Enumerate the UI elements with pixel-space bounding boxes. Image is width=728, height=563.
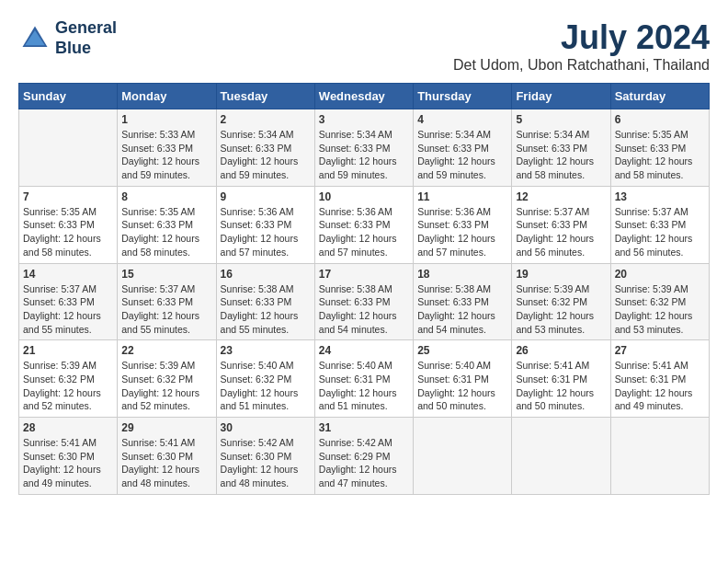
day-info: Sunrise: 5:41 AM Sunset: 6:30 PM Dayligh… (121, 436, 211, 490)
day-info: Sunrise: 5:38 AM Sunset: 6:33 PM Dayligh… (221, 282, 311, 337)
calendar-cell (414, 418, 512, 495)
week-row-3: 14Sunrise: 5:37 AM Sunset: 6:33 PM Dayli… (19, 263, 710, 340)
calendar-cell: 11Sunrise: 5:36 AM Sunset: 6:33 PM Dayli… (414, 186, 512, 263)
weekday-header-monday: Monday (118, 84, 216, 109)
day-info: Sunrise: 5:35 AM Sunset: 6:33 PM Dayligh… (615, 128, 705, 182)
title-area: July 2024 Det Udom, Ubon Ratchathani, Th… (453, 18, 710, 74)
day-number: 15 (121, 268, 211, 281)
day-info: Sunrise: 5:42 AM Sunset: 6:29 PM Dayligh… (319, 436, 409, 490)
day-info: Sunrise: 5:36 AM Sunset: 6:33 PM Dayligh… (319, 205, 409, 259)
day-number: 22 (121, 344, 211, 357)
calendar-cell: 2Sunrise: 5:34 AM Sunset: 6:33 PM Daylig… (216, 109, 314, 187)
calendar-cell: 18Sunrise: 5:38 AM Sunset: 6:33 PM Dayli… (414, 263, 512, 340)
calendar-cell: 20Sunrise: 5:39 AM Sunset: 6:32 PM Dayli… (610, 263, 709, 340)
calendar-cell (610, 418, 709, 495)
day-number: 20 (615, 268, 705, 281)
day-info: Sunrise: 5:37 AM Sunset: 6:33 PM Dayligh… (615, 205, 705, 259)
day-info: Sunrise: 5:37 AM Sunset: 6:33 PM Dayligh… (516, 205, 606, 259)
day-number: 27 (615, 344, 705, 357)
day-number: 18 (417, 268, 507, 281)
calendar-cell: 5Sunrise: 5:34 AM Sunset: 6:33 PM Daylig… (512, 109, 610, 187)
day-info: Sunrise: 5:34 AM Sunset: 6:33 PM Dayligh… (221, 128, 311, 182)
day-info: Sunrise: 5:38 AM Sunset: 6:33 PM Dayligh… (319, 282, 409, 337)
day-number: 29 (121, 421, 211, 434)
day-info: Sunrise: 5:36 AM Sunset: 6:33 PM Dayligh… (221, 205, 311, 259)
calendar-cell: 27Sunrise: 5:41 AM Sunset: 6:31 PM Dayli… (610, 340, 709, 418)
calendar-cell: 6Sunrise: 5:35 AM Sunset: 6:33 PM Daylig… (610, 109, 709, 187)
day-number: 21 (23, 344, 113, 357)
weekday-header-saturday: Saturday (610, 84, 709, 109)
calendar-cell: 24Sunrise: 5:40 AM Sunset: 6:31 PM Dayli… (314, 340, 413, 418)
calendar-cell: 17Sunrise: 5:38 AM Sunset: 6:33 PM Dayli… (314, 263, 413, 340)
day-info: Sunrise: 5:41 AM Sunset: 6:30 PM Dayligh… (23, 436, 113, 490)
weekday-header-sunday: Sunday (19, 84, 118, 109)
day-number: 25 (417, 344, 507, 357)
day-number: 19 (516, 268, 606, 281)
day-info: Sunrise: 5:41 AM Sunset: 6:31 PM Dayligh… (516, 359, 606, 413)
day-info: Sunrise: 5:40 AM Sunset: 6:31 PM Dayligh… (319, 359, 409, 413)
calendar-cell: 23Sunrise: 5:40 AM Sunset: 6:32 PM Dayli… (216, 340, 314, 418)
weekday-header-tuesday: Tuesday (216, 84, 314, 109)
day-number: 8 (121, 190, 211, 203)
calendar-cell (512, 418, 610, 495)
day-info: Sunrise: 5:40 AM Sunset: 6:32 PM Dayligh… (221, 359, 311, 413)
day-number: 14 (23, 268, 113, 281)
day-number: 4 (417, 113, 507, 126)
day-info: Sunrise: 5:37 AM Sunset: 6:33 PM Dayligh… (23, 282, 113, 337)
day-info: Sunrise: 5:35 AM Sunset: 6:33 PM Dayligh… (121, 205, 211, 259)
calendar-cell: 3Sunrise: 5:34 AM Sunset: 6:33 PM Daylig… (314, 109, 413, 187)
day-number: 5 (516, 113, 606, 126)
day-number: 10 (319, 190, 409, 203)
day-number: 23 (221, 344, 311, 357)
day-number: 12 (516, 190, 606, 203)
day-info: Sunrise: 5:39 AM Sunset: 6:32 PM Dayligh… (23, 359, 113, 413)
day-info: Sunrise: 5:39 AM Sunset: 6:32 PM Dayligh… (615, 282, 705, 337)
day-info: Sunrise: 5:34 AM Sunset: 6:33 PM Dayligh… (417, 128, 507, 182)
calendar-cell: 29Sunrise: 5:41 AM Sunset: 6:30 PM Dayli… (118, 418, 216, 495)
calendar-body: 1Sunrise: 5:33 AM Sunset: 6:33 PM Daylig… (19, 109, 710, 495)
calendar-cell: 30Sunrise: 5:42 AM Sunset: 6:30 PM Dayli… (216, 418, 314, 495)
logo: General Blue (18, 18, 117, 58)
week-row-5: 28Sunrise: 5:41 AM Sunset: 6:30 PM Dayli… (19, 418, 710, 495)
calendar-cell: 19Sunrise: 5:39 AM Sunset: 6:32 PM Dayli… (512, 263, 610, 340)
logo-icon (18, 22, 51, 55)
week-row-2: 7Sunrise: 5:35 AM Sunset: 6:33 PM Daylig… (19, 186, 710, 263)
day-number: 26 (516, 344, 606, 357)
day-number: 16 (221, 268, 311, 281)
day-number: 9 (221, 190, 311, 203)
day-number: 28 (23, 421, 113, 434)
calendar-cell: 4Sunrise: 5:34 AM Sunset: 6:33 PM Daylig… (414, 109, 512, 187)
calendar-cell: 13Sunrise: 5:37 AM Sunset: 6:33 PM Dayli… (610, 186, 709, 263)
week-row-1: 1Sunrise: 5:33 AM Sunset: 6:33 PM Daylig… (19, 109, 710, 187)
calendar-cell: 14Sunrise: 5:37 AM Sunset: 6:33 PM Dayli… (19, 263, 118, 340)
calendar-cell: 31Sunrise: 5:42 AM Sunset: 6:29 PM Dayli… (314, 418, 413, 495)
day-info: Sunrise: 5:33 AM Sunset: 6:33 PM Dayligh… (121, 128, 211, 182)
day-number: 17 (319, 268, 409, 281)
calendar-cell: 26Sunrise: 5:41 AM Sunset: 6:31 PM Dayli… (512, 340, 610, 418)
day-number: 6 (615, 113, 705, 126)
day-info: Sunrise: 5:35 AM Sunset: 6:33 PM Dayligh… (23, 205, 113, 259)
day-info: Sunrise: 5:37 AM Sunset: 6:33 PM Dayligh… (121, 282, 211, 337)
day-number: 24 (319, 344, 409, 357)
day-info: Sunrise: 5:39 AM Sunset: 6:32 PM Dayligh… (121, 359, 211, 413)
weekday-header-friday: Friday (512, 84, 610, 109)
location-subtitle: Det Udom, Ubon Ratchathani, Thailand (453, 57, 710, 74)
day-number: 2 (221, 113, 311, 126)
day-number: 3 (319, 113, 409, 126)
calendar-cell: 7Sunrise: 5:35 AM Sunset: 6:33 PM Daylig… (19, 186, 118, 263)
week-row-4: 21Sunrise: 5:39 AM Sunset: 6:32 PM Dayli… (19, 340, 710, 418)
weekday-header-thursday: Thursday (414, 84, 512, 109)
day-info: Sunrise: 5:34 AM Sunset: 6:33 PM Dayligh… (516, 128, 606, 182)
calendar-cell: 28Sunrise: 5:41 AM Sunset: 6:30 PM Dayli… (19, 418, 118, 495)
calendar-cell (19, 109, 118, 187)
logo-text: General Blue (55, 18, 117, 58)
calendar-cell: 12Sunrise: 5:37 AM Sunset: 6:33 PM Dayli… (512, 186, 610, 263)
day-number: 11 (417, 190, 507, 203)
calendar-cell: 21Sunrise: 5:39 AM Sunset: 6:32 PM Dayli… (19, 340, 118, 418)
calendar-cell: 16Sunrise: 5:38 AM Sunset: 6:33 PM Dayli… (216, 263, 314, 340)
day-info: Sunrise: 5:42 AM Sunset: 6:30 PM Dayligh… (221, 436, 311, 490)
calendar-cell: 10Sunrise: 5:36 AM Sunset: 6:33 PM Dayli… (314, 186, 413, 263)
day-info: Sunrise: 5:38 AM Sunset: 6:33 PM Dayligh… (417, 282, 507, 337)
day-number: 1 (121, 113, 211, 126)
page-header: General Blue July 2024 Det Udom, Ubon Ra… (18, 18, 710, 74)
